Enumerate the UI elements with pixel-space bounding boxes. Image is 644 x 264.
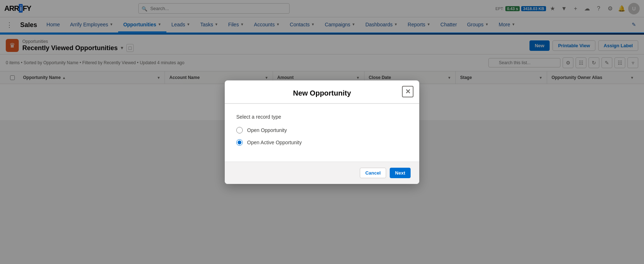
modal-close-button[interactable]: ✕ <box>402 86 413 97</box>
modal-overlay: New Opportunity ✕ Select a record type O… <box>0 0 644 120</box>
modal-header: New Opportunity ✕ <box>225 80 419 104</box>
new-opportunity-modal: New Opportunity ✕ Select a record type O… <box>225 80 419 120</box>
modal-title: New Opportunity <box>233 89 411 97</box>
modal-body: Select a record type Open Opportunity Op… <box>225 104 419 120</box>
record-type-label: Select a record type <box>236 114 408 120</box>
